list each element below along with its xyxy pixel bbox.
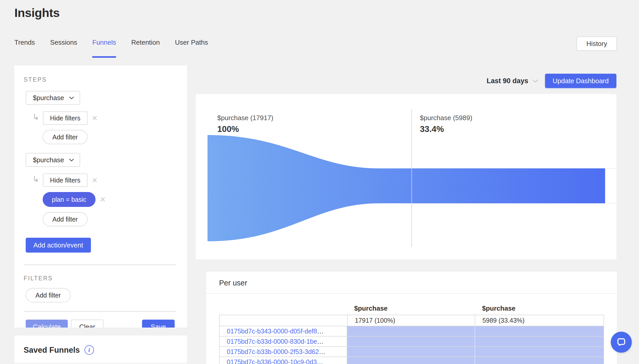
- global-add-filter-button[interactable]: Add filter: [26, 288, 71, 302]
- date-range-selector[interactable]: Last 90 days: [487, 77, 538, 85]
- funnel-value-cell: [347, 347, 475, 357]
- tab-funnels[interactable]: Funnels: [92, 39, 116, 58]
- clear-button[interactable]: Clear: [71, 320, 103, 328]
- date-range-value: Last 90 days: [487, 77, 528, 85]
- step-1-event-select[interactable]: $purchase: [26, 91, 80, 105]
- per-user-table: 17917 (100%) 5989 (33.43%) 0175bd7c-b343…: [219, 315, 604, 364]
- truncation-ellipsis: …: [319, 348, 325, 356]
- user-link[interactable]: 0175bd7c-b33b-0000-2f53-3d62: [227, 348, 319, 356]
- tab-sessions[interactable]: Sessions: [50, 39, 77, 58]
- funnel-chart-card: $purchase (17917) 100% $purchase (5989) …: [196, 94, 616, 259]
- user-link[interactable]: 0175bd7c-b336-0000-10c9-0d3: [227, 358, 317, 364]
- step-2-event-select[interactable]: $purchase: [26, 153, 80, 167]
- funnel-value-cell: [475, 357, 604, 364]
- funnel-step-2-event: $purchase (5989): [420, 114, 472, 122]
- funnel-step-1-event: $purchase (17917): [217, 114, 273, 122]
- history-button[interactable]: History: [577, 36, 617, 51]
- tab-bar: Trends Sessions Funnels Retention User P…: [14, 39, 208, 58]
- update-dashboard-button[interactable]: Update Dashboard: [545, 74, 616, 88]
- chevron-down-icon: [69, 159, 74, 161]
- user-link[interactable]: 0175bd7c-b343-0000-d05f-def8: [227, 328, 317, 335]
- per-user-card: Per user $purchase $purchase 17917 (100%…: [206, 272, 617, 364]
- chat-launcher-button[interactable]: [611, 332, 632, 353]
- step-1-event-value: $purchase: [33, 94, 64, 102]
- remove-filter-icon[interactable]: ✕: [100, 195, 106, 204]
- calculate-button[interactable]: Calculate: [26, 320, 68, 328]
- totals-cell-empty: [220, 315, 347, 326]
- funnel-step-2-label: $purchase (5989) 33.4%: [420, 114, 472, 134]
- tab-retention[interactable]: Retention: [131, 39, 160, 58]
- user-link[interactable]: 0175bd7c-b33d-0000-830d-1be: [227, 338, 317, 345]
- saved-funnels-card: Saved Funnels i: [14, 336, 187, 364]
- add-action-event-button[interactable]: Add action/event: [26, 238, 91, 253]
- steps-label: STEPS: [24, 76, 176, 83]
- table-row: 0175bd7c-b336-0000-10c9-0d3…: [220, 357, 604, 364]
- save-button[interactable]: Save: [142, 320, 175, 328]
- funnel-shape: [208, 135, 605, 241]
- table-row: 0175bd7c-b343-0000-d05f-def8…: [220, 326, 604, 336]
- filters-label: FILTERS: [24, 275, 176, 282]
- step-1-remove-icon[interactable]: ✕: [92, 114, 98, 122]
- truncation-ellipsis: …: [317, 358, 323, 364]
- funnel-step-1-label: $purchase (17917) 100%: [217, 114, 273, 134]
- per-user-title: Per user: [219, 279, 247, 287]
- step-2-remove-icon[interactable]: ✕: [92, 176, 98, 185]
- saved-funnels-title: Saved Funnels: [24, 346, 80, 355]
- table-row: 0175bd7c-b33d-0000-830d-1be…: [220, 336, 604, 346]
- panel-divider: [24, 311, 176, 312]
- nested-arrow-icon: ↳: [32, 175, 39, 183]
- funnel-value-cell: [347, 326, 475, 336]
- funnel-value-cell: [347, 337, 475, 346]
- column-header-purchase-2: $purchase: [475, 304, 604, 315]
- column-header-empty: [219, 304, 347, 315]
- nested-arrow-icon: ↳: [32, 113, 39, 121]
- column-header-purchase-1: $purchase: [347, 304, 475, 315]
- table-row: 0175bd7c-b33b-0000-2f53-3d62…: [220, 346, 604, 357]
- funnel-value-cell: [475, 337, 604, 346]
- insights-page: Insights Trends Sessions Funnels Retenti…: [0, 0, 639, 364]
- funnel-value-cell: [475, 347, 604, 357]
- funnel-step-2-percent: 33.4%: [420, 124, 472, 134]
- step-2-hide-filters-button[interactable]: Hide filters: [43, 174, 88, 187]
- steps-panel: STEPS $purchase ↳ Hide filters ✕ Add fil…: [14, 65, 187, 328]
- tab-trends[interactable]: Trends: [14, 39, 35, 58]
- saved-funnels-divider: [14, 363, 187, 363]
- panel-divider: [24, 264, 176, 265]
- page-title: Insights: [14, 6, 60, 20]
- chevron-down-icon: [69, 97, 74, 99]
- dashboard-toolbar: Last 90 days Update Dashboard: [487, 74, 616, 88]
- totals-row: 17917 (100%) 5989 (33.43%): [220, 315, 604, 326]
- truncation-ellipsis: …: [317, 328, 324, 335]
- chevron-down-icon: [532, 79, 538, 83]
- funnel-step-1-percent: 100%: [217, 124, 273, 134]
- funnel-value-cell: [475, 326, 604, 336]
- tab-user-paths[interactable]: User Paths: [175, 39, 208, 58]
- totals-cell-step-2: 5989 (33.43%): [475, 315, 604, 326]
- truncation-ellipsis: …: [317, 338, 324, 345]
- info-icon[interactable]: i: [84, 345, 94, 355]
- step-1-hide-filters-button[interactable]: Hide filters: [43, 111, 88, 125]
- step-divider-line: [411, 109, 412, 247]
- step-1-add-filter-button[interactable]: Add filter: [43, 130, 88, 144]
- chat-bubble-icon: [615, 336, 627, 348]
- step-2-event-value: $purchase: [33, 156, 64, 164]
- filter-pill-plan-basic[interactable]: plan = basic: [43, 192, 96, 207]
- per-user-header: Per user: [206, 272, 617, 294]
- totals-cell-step-1: 17917 (100%): [347, 315, 475, 326]
- per-user-table-header: $purchase $purchase: [219, 304, 604, 315]
- step-2-add-filter-button[interactable]: Add filter: [43, 212, 88, 226]
- funnel-value-cell: [347, 357, 475, 364]
